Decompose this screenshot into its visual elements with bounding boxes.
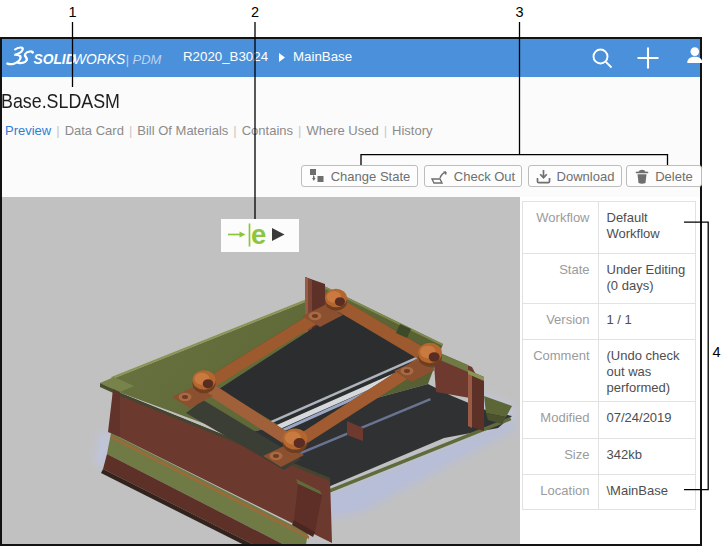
svg-text:3: 3 — [515, 4, 523, 20]
svg-text:2: 2 — [251, 4, 259, 20]
svg-text:| PDM: | PDM — [126, 52, 162, 67]
svg-text:4: 4 — [712, 344, 720, 360]
svg-text:SOLID: SOLID — [34, 52, 76, 67]
svg-text:e: e — [251, 219, 266, 250]
svg-text:1: 1 — [68, 4, 76, 20]
svg-text:WORKS: WORKS — [73, 52, 126, 67]
